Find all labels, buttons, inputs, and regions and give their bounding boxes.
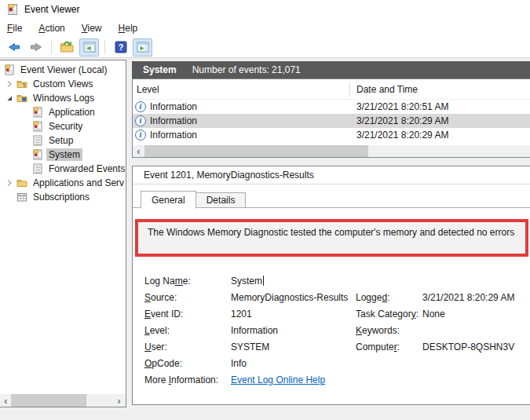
tree-item-applications-and-services[interactable]: Applications and Serv <box>0 176 125 190</box>
chevron-right-icon[interactable] <box>3 80 16 88</box>
field-value: 1201 <box>231 309 252 320</box>
general-tab-panel: The Windows Memory Diagnostic tested the… <box>133 207 530 404</box>
event-properties: Log Name: System Source: MemoryDiagnosti… <box>144 272 530 388</box>
chevron-expanded-icon[interactable] <box>3 94 16 102</box>
field-label: Keywords: <box>356 325 422 336</box>
tree-item-label: Windows Logs <box>31 92 97 104</box>
field-label: Computer: <box>356 341 422 352</box>
main-pane: System Number of events: 21,071 Level Da… <box>132 58 530 420</box>
event-row[interactable]: iInformation 3/21/2021 8:20:29 AM <box>133 128 530 142</box>
menu-action[interactable]: Action <box>38 23 64 34</box>
column-header-level[interactable]: Level <box>133 82 350 97</box>
field-value: MemoryDiagnostics-Results <box>231 292 348 303</box>
scrollbar-thumb[interactable] <box>11 394 86 407</box>
tab-details[interactable]: Details <box>196 192 247 208</box>
tree-item-system[interactable]: System <box>0 148 125 162</box>
show-hide-action-pane-button[interactable] <box>133 38 152 57</box>
field-log-name: Log Name: System <box>144 272 530 289</box>
event-log-online-help-link[interactable]: Event Log Online Help <box>231 374 325 385</box>
tree-item-setup[interactable]: Setup <box>0 133 125 148</box>
menu-bar: File Action View Help <box>0 19 530 37</box>
tree-item-label: Applications and Serv <box>31 177 125 189</box>
menu-help[interactable]: Help <box>119 23 138 34</box>
tree-item-label: Event Viewer (Local) <box>18 64 110 76</box>
information-icon: i <box>135 130 146 141</box>
event-list-panel: Level Date and Time iInformation 3/21/20… <box>132 79 530 158</box>
information-icon: i <box>135 115 146 126</box>
folder-icon <box>16 177 28 188</box>
scroll-left-arrow[interactable]: ‹ <box>0 394 12 407</box>
console-tree-panel: Event Viewer (Local) Custom Views <box>0 60 126 407</box>
sidebar-horizontal-scrollbar[interactable]: ‹ › <box>0 394 126 407</box>
field-value: DESKTOP-8QSHN3V <box>422 341 514 352</box>
tree-item-security[interactable]: Security <box>0 119 125 133</box>
menu-file[interactable]: File <box>7 23 22 34</box>
subscriptions-icon <box>16 192 28 203</box>
event-viewer-app-icon <box>6 3 19 16</box>
column-headers: Level Date and Time <box>133 79 530 100</box>
tree-item-label: Subscriptions <box>31 191 92 203</box>
event-row-selected[interactable]: iInformation 3/21/2021 8:20:29 AM <box>133 114 530 128</box>
field-value: Information <box>231 325 278 336</box>
tree-item-custom-views[interactable]: Custom Views <box>0 77 125 91</box>
annotation-highlight-box: The Windows Memory Diagnostic tested the… <box>135 219 528 257</box>
menu-view[interactable]: View <box>82 23 102 34</box>
field-event-id: Event ID: 1201 <box>144 305 530 322</box>
back-button[interactable] <box>4 38 24 57</box>
plain-log-icon <box>31 135 44 146</box>
tree-item-forwarded-events[interactable]: Forwarded Events <box>0 162 125 176</box>
field-label: Log Name: <box>144 276 231 287</box>
toolbar-separator <box>104 40 105 54</box>
field-label: Logged: <box>356 292 422 303</box>
title-bar: Event Viewer <box>0 0 530 19</box>
tree-item-label-selected: System <box>46 148 82 161</box>
back-arrow-icon <box>7 40 21 54</box>
event-viewer-icon <box>3 64 16 75</box>
help-button[interactable]: ? <box>111 38 130 57</box>
tree-item-event-viewer-local[interactable]: Event Viewer (Local) <box>0 63 125 77</box>
tree-item-subscriptions[interactable]: Subscriptions <box>0 190 125 204</box>
window-body: Event Viewer (Local) Custom Views <box>0 58 530 420</box>
field-value: System <box>231 276 262 287</box>
field-value: SYSTEM <box>231 341 269 352</box>
forward-button[interactable] <box>26 38 46 57</box>
event-log-icon <box>31 149 44 160</box>
tree-item-label: Custom Views <box>31 78 95 90</box>
tab-general[interactable]: General <box>141 191 196 209</box>
field-logged: Logged: 3/21/2021 8:20:29 AM <box>356 289 514 305</box>
field-more-information: More Information: Event Log Online Help <box>144 371 530 388</box>
event-list-horizontal-scrollbar[interactable]: ‹ <box>133 145 530 157</box>
chevron-right-icon[interactable] <box>3 179 16 187</box>
field-value: Info <box>231 358 247 369</box>
log-header-bar: System Number of events: 21,071 <box>132 61 530 79</box>
event-detail-title: Event 1201, MemoryDiagnostics-Results <box>133 166 530 184</box>
field-value: 3/21/2021 8:20:29 AM <box>422 292 514 303</box>
event-log-icon <box>31 121 44 132</box>
folder-icon <box>16 79 28 89</box>
field-label: More Information: <box>144 374 231 385</box>
tree-item-label: Application <box>46 106 97 119</box>
show-hide-console-tree-button[interactable] <box>79 38 99 57</box>
text-caret <box>263 276 264 286</box>
field-value: None <box>422 309 445 320</box>
tree-item-label: Forwarded Events <box>46 163 125 175</box>
svg-text:?: ? <box>118 42 123 52</box>
field-label: Event ID: <box>144 309 231 320</box>
scroll-right-arrow[interactable]: › <box>113 394 125 407</box>
event-viewer-window: Event Viewer File Action View Help <box>0 0 530 420</box>
field-label: Task Category: <box>356 309 422 320</box>
event-log-icon <box>31 107 44 118</box>
open-saved-log-button[interactable] <box>57 38 77 57</box>
tree-item-application[interactable]: Application <box>0 105 125 119</box>
scrollbar-thumb[interactable] <box>144 145 368 157</box>
event-row[interactable]: iInformation 3/21/2021 8:20:51 AM <box>133 100 530 114</box>
event-datetime: 3/21/2021 8:20:29 AM <box>350 130 448 141</box>
column-header-date-time[interactable]: Date and Time <box>350 84 418 95</box>
window-title: Event Viewer <box>24 4 79 15</box>
log-title: System <box>143 64 177 75</box>
toolbar-separator <box>51 40 52 54</box>
field-level: Level: Information <box>144 322 530 338</box>
scroll-left-arrow[interactable]: ‹ <box>133 145 144 157</box>
tree-item-windows-logs[interactable]: Windows Logs <box>0 91 125 105</box>
help-icon: ? <box>114 40 128 54</box>
